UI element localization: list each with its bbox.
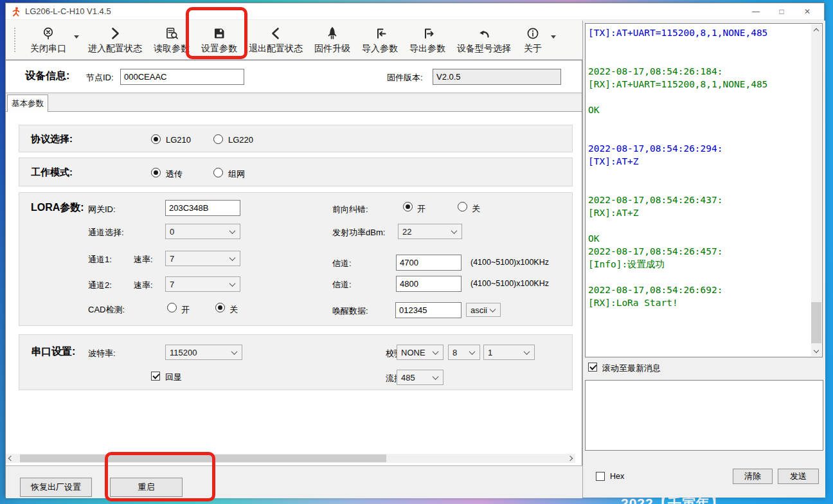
flow-dropdown[interactable]: 485 (397, 370, 443, 385)
chevron-down-icon (433, 348, 439, 355)
log-line (588, 168, 808, 181)
log-line: OK (588, 232, 808, 245)
send-button[interactable]: 发送 (778, 469, 819, 484)
serial-label: 串口设置: (31, 345, 75, 359)
toolbar-device-model-button[interactable]: 设备型号选择 (454, 22, 514, 58)
toolbar-read-params-button[interactable]: 读取参数 (151, 22, 192, 58)
factory-reset-button[interactable]: 恢复出厂设置 (20, 478, 92, 497)
rate2-label: 速率: (134, 280, 153, 291)
log-line (588, 116, 808, 129)
node-id-label: 节点ID: (86, 72, 114, 84)
log-line: [RX]:LoRa Start! (588, 296, 808, 309)
send-input[interactable] (585, 380, 823, 451)
freq2-input[interactable] (396, 276, 461, 292)
wake-format-dropdown[interactable]: ascii (466, 303, 501, 317)
work-mode-transparent-label: 透传 (166, 168, 183, 180)
firmware-version-label: 固件版本: (387, 72, 423, 84)
toolbar-export-params-button[interactable]: 导出参数 (407, 22, 448, 58)
protocol-lg220-radio[interactable] (213, 134, 223, 144)
toolbar-firmware-upgrade-button[interactable]: 固件升级 (312, 22, 353, 58)
scroll-right-arrow-icon[interactable] (566, 454, 575, 463)
fec-on-radio[interactable] (403, 202, 413, 212)
firmware-upgrade-icon (325, 25, 339, 42)
baud-dropdown[interactable]: 115200 (165, 345, 242, 360)
window-title: LG206-L-C-H10 V1.4.5 (25, 6, 111, 16)
fec-off-radio[interactable] (458, 202, 467, 212)
toolbar-import-params-button[interactable]: 导入参数 (359, 22, 400, 58)
lora-group: LORA参数: 网关ID: 前向纠错: 开 关 通道选择: 0 发射功率dBm:… (19, 192, 573, 326)
work-mode-transparent-radio[interactable] (151, 168, 161, 177)
log-lines: [TX]:AT+UART=115200,8,1,NONE,485 2022-08… (588, 26, 808, 356)
chevron-down-icon (231, 348, 238, 355)
cad-label: CAD检测: (88, 304, 125, 316)
stop-bits-dropdown[interactable]: 1 (483, 345, 535, 360)
serial-dropdown-caret-icon[interactable] (74, 35, 79, 39)
restart-button[interactable]: 重启 (110, 478, 183, 497)
wake-data-input[interactable] (395, 302, 461, 318)
protocol-label: 协议选择: (31, 133, 73, 145)
toolbar-exit-config-button[interactable]: 退出配置状态 (246, 22, 305, 58)
cad-on-label: 开 (181, 304, 190, 316)
close-button[interactable]: ✕ (794, 3, 820, 20)
toolbar-overflow-caret-icon[interactable] (551, 35, 556, 39)
toolbar-set-params-button[interactable]: 设置参数 (199, 22, 240, 58)
protocol-group: 协议选择: LG210 LG220 (19, 125, 573, 152)
toolbar: 关闭串口 进入配置状态 读取参数 设置参数 退出配置状态 (6, 20, 582, 60)
parity-dropdown[interactable]: NONE (397, 345, 443, 360)
freq1-input[interactable] (396, 255, 461, 271)
scroll-down-arrow-icon[interactable] (811, 346, 821, 356)
scroll-left-arrow-icon[interactable] (6, 454, 15, 463)
scroll-latest-checkbox[interactable] (588, 363, 597, 372)
about-icon (526, 25, 540, 42)
chevron-down-icon (490, 306, 496, 312)
lora-label: LORA参数: (31, 201, 84, 215)
work-mode-label: 工作模式: (31, 166, 73, 179)
exit-config-icon (269, 25, 283, 42)
rate2-dropdown[interactable]: 7 (165, 276, 240, 292)
device-info-row: 设备信息: 节点ID: 固件版本: (6, 60, 582, 93)
channel-select-label: 通道选择: (88, 227, 124, 239)
freq1-range-note: (4100~5100)x100KHz (470, 258, 549, 267)
echo-checkbox[interactable] (151, 372, 160, 381)
toolbar-about-button[interactable]: 关于 (520, 22, 546, 58)
clear-button[interactable]: 清除 (733, 469, 773, 484)
protocol-lg210-radio[interactable] (151, 134, 161, 144)
cad-on-radio[interactable] (167, 303, 177, 312)
log-line: 2022-08-17,08:54:26:437: (588, 194, 808, 206)
config-panel: 设备信息: 节点ID: 固件版本: 基本参数 协议选择: LG210 LG220… (6, 60, 582, 498)
fec-off-label: 关 (472, 203, 480, 215)
cad-off-radio[interactable] (215, 303, 225, 312)
import-params-icon (373, 25, 387, 42)
chevron-down-icon (451, 228, 458, 234)
tx-power-label: 发射功率dBm: (332, 227, 385, 239)
scroll-up-arrow-icon[interactable] (811, 24, 821, 35)
work-mode-network-radio[interactable] (213, 168, 223, 177)
toolbar-enter-config-button[interactable]: 进入配置状态 (85, 22, 145, 58)
vertical-scrollbar[interactable] (811, 24, 821, 356)
title-bar: LG206-L-C-H10 V1.4.5 — □ ✕ (6, 3, 824, 20)
vertical-scrollbar-thumb[interactable] (811, 302, 821, 343)
tab-basic-params[interactable]: 基本参数 (7, 94, 48, 112)
rate1-label: 速率: (134, 254, 153, 266)
hex-checkbox[interactable] (596, 472, 605, 481)
app-logo-icon (11, 6, 21, 17)
firmware-version-input (433, 69, 561, 85)
channel-select-dropdown[interactable]: 0 (165, 224, 240, 239)
rate1-dropdown[interactable]: 7 (165, 251, 240, 266)
data-bits-dropdown[interactable]: 8 (448, 345, 480, 360)
toolbar-close-serial-button[interactable]: 关闭串口 (28, 22, 69, 58)
horizontal-scrollbar[interactable] (6, 454, 575, 463)
echo-label: 回显 (165, 372, 182, 383)
tab-strip: 基本参数 (6, 93, 582, 112)
maximize-button[interactable]: □ (769, 3, 794, 20)
serial-close-icon (41, 25, 55, 42)
tx-power-dropdown[interactable]: 22 (398, 224, 462, 239)
gateway-id-input[interactable] (165, 200, 240, 216)
log-line: 2022-08-17,08:54:26:457: (588, 245, 808, 258)
horizontal-scrollbar-thumb[interactable] (20, 455, 386, 462)
log-line: [TX]:AT+UART=115200,8,1,NONE,485 (588, 26, 808, 39)
log-box[interactable]: [TX]:AT+UART=115200,8,1,NONE,485 2022-08… (585, 23, 823, 357)
work-mode-group: 工作模式: 透传 组网 (19, 158, 573, 186)
node-id-input[interactable] (120, 69, 244, 85)
minimize-button[interactable]: — (743, 3, 769, 20)
